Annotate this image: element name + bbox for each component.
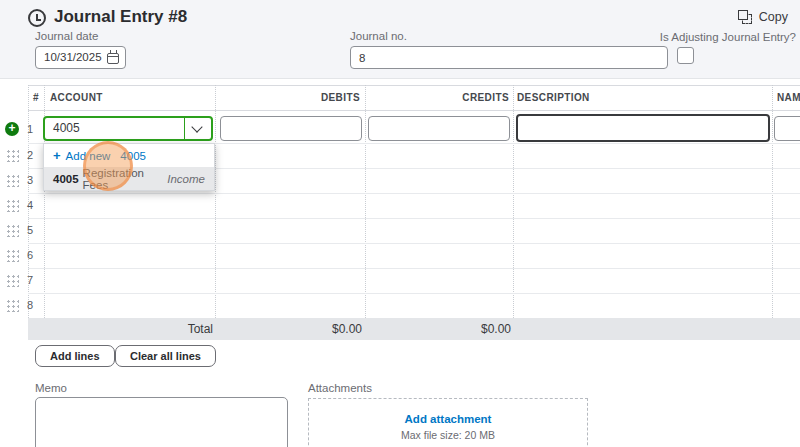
row-number: 2 (27, 149, 33, 161)
drag-handle-icon[interactable] (6, 199, 19, 212)
add-lines-button[interactable]: Add lines (35, 345, 115, 367)
account-combobox-value: 4005 (53, 121, 80, 135)
page-title: Journal Entry #8 (54, 7, 187, 27)
journal-no-label: Journal no. (350, 30, 407, 42)
memo-label: Memo (35, 382, 67, 394)
table-header-border (28, 110, 800, 111)
row-number: 3 (27, 174, 33, 186)
journal-entry-page: Journal Entry #8 Copy Journal date Journ… (0, 0, 800, 447)
add-attachment-link[interactable]: Add attachment (309, 413, 587, 425)
chevron-down-icon[interactable] (184, 118, 211, 139)
memo-textarea[interactable] (35, 397, 288, 447)
row-number: 8 (27, 299, 33, 311)
dropdown-add-new-option[interactable]: + Add new 4005 (44, 144, 214, 167)
debits-input[interactable] (220, 116, 362, 141)
dropdown-option-registration-fees[interactable]: 4005 Registration Fees Income (44, 167, 214, 190)
total-row: Total $0.00 $0.00 (28, 318, 800, 340)
copy-button-label: Copy (759, 10, 788, 24)
max-file-size-text: Max file size: 20 MB (309, 429, 587, 441)
row-number: 6 (27, 249, 33, 261)
table-row: 5 (0, 218, 800, 243)
drag-handle-icon[interactable] (6, 274, 19, 287)
table-row: 7 (0, 268, 800, 293)
account-type: Income (167, 173, 205, 185)
drag-handle-icon[interactable] (6, 149, 19, 162)
account-code: 4005 (53, 173, 79, 185)
column-header-debits: DEBITS (260, 92, 360, 103)
calendar-icon[interactable] (107, 53, 119, 64)
column-header-number: # (33, 92, 39, 103)
journal-no-input[interactable] (350, 46, 668, 69)
column-header-name: NAME (777, 92, 800, 103)
table-row: 6 (0, 243, 800, 268)
row-number: 4 (27, 199, 33, 211)
journal-date-label: Journal date (35, 30, 98, 42)
recent-transactions-clock-icon[interactable] (28, 9, 46, 27)
clear-all-lines-button[interactable]: Clear all lines (115, 345, 216, 367)
account-name: Registration Fees (83, 167, 168, 191)
add-new-label: Add new (66, 150, 111, 162)
account-combobox[interactable]: 4005 (43, 116, 213, 141)
total-credits-value: $0.00 (399, 322, 511, 336)
description-input[interactable] (516, 114, 770, 142)
drag-handle-icon[interactable] (6, 299, 19, 312)
table-row: 8 (0, 293, 800, 318)
row-number: 7 (27, 274, 33, 286)
adjusting-entry-label: Is Adjusting Journal Entry? (660, 31, 796, 43)
attachments-dropzone[interactable]: Add attachment Max file size: 20 MB (308, 398, 588, 447)
column-header-description: DESCRIPTION (517, 92, 590, 103)
copy-icon (738, 10, 752, 24)
drag-handle-icon[interactable] (6, 249, 19, 262)
drag-handle-icon[interactable] (6, 224, 19, 237)
drag-handle-icon[interactable] (6, 174, 19, 187)
journal-date-value: 10/31/2025 (44, 51, 102, 63)
total-label: Total (100, 322, 213, 336)
page-header: Journal Entry #8 Copy Journal date Journ… (0, 0, 800, 79)
account-dropdown: + Add new 4005 4005 Registration Fees In… (43, 143, 215, 191)
column-header-account: ACCOUNT (50, 92, 103, 103)
table-top-border (28, 85, 800, 86)
copy-button[interactable]: Copy (738, 10, 788, 24)
adjusting-entry-checkbox[interactable] (677, 47, 694, 64)
row-number: 1 (27, 123, 33, 135)
attachments-label: Attachments (308, 382, 372, 394)
total-debits-value: $0.00 (250, 322, 362, 336)
row-number: 5 (27, 224, 33, 236)
credits-input[interactable] (368, 116, 510, 141)
add-new-term: 4005 (120, 150, 146, 162)
add-row-plus-icon[interactable]: + (5, 122, 19, 136)
table-row: 4 (0, 193, 800, 218)
column-header-credits: CREDITS (409, 92, 509, 103)
name-input[interactable] (774, 116, 800, 141)
plus-icon: + (53, 148, 61, 163)
journal-date-input[interactable]: 10/31/2025 (35, 46, 126, 69)
